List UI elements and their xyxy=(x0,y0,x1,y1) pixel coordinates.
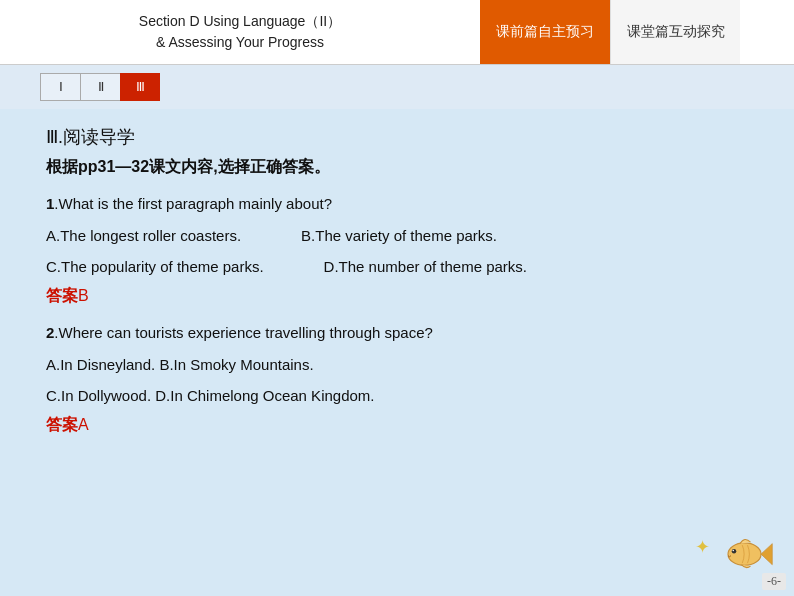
svg-point-3 xyxy=(733,550,735,552)
q1-optC: C.The popularity of theme parks. xyxy=(46,253,264,280)
sub-tab-1[interactable]: Ⅰ xyxy=(40,73,80,101)
fish-icon xyxy=(716,528,776,578)
q2-optA: A.In Disneyland. B.In Smoky Mountains. xyxy=(46,351,314,378)
section-title: Section D Using Language（II） & Assessing… xyxy=(0,0,480,64)
q2-answer: 答案A xyxy=(46,415,748,436)
q2-options-row2: C.In Dollywood. D.In Chimelong Ocean Kin… xyxy=(46,382,748,409)
fish-decoration: ✦ xyxy=(695,528,776,578)
q2-optCD: C.In Dollywood. D.In Chimelong Ocean Kin… xyxy=(46,382,375,409)
title-line2: & Assessing Your Progress xyxy=(156,32,324,53)
tab-ketang-explore[interactable]: 课堂篇互动探究 xyxy=(610,0,740,64)
question-2-text: 2.Where can tourists experience travelli… xyxy=(46,321,748,345)
svg-point-0 xyxy=(728,543,761,566)
instruction-text: 根据pp31—32课文内容,选择正确答案。 xyxy=(46,157,748,178)
q2-answer-label: 答案 xyxy=(46,416,78,433)
svg-point-2 xyxy=(732,549,737,554)
q1-answer-value: B xyxy=(78,287,89,304)
section-heading: Ⅲ.阅读导学 xyxy=(46,125,748,149)
question-1: 1.What is the first paragraph mainly abo… xyxy=(46,192,748,307)
q2-options-row1: A.In Disneyland. B.In Smoky Mountains. xyxy=(46,351,748,378)
star-icon: ✦ xyxy=(695,536,710,558)
q1-optB: B.The variety of theme parks. xyxy=(301,222,497,249)
q1-body: .What is the first paragraph mainly abou… xyxy=(54,195,332,212)
q1-options-row2: C.The popularity of theme parks. D.The n… xyxy=(46,253,748,280)
page-number: -6- xyxy=(762,573,786,590)
q1-optD: D.The number of theme parks. xyxy=(324,253,527,280)
q1-options-row1: A.The longest roller coasters. B.The var… xyxy=(46,222,748,249)
svg-marker-1 xyxy=(761,544,772,565)
q1-answer-label: 答案 xyxy=(46,287,78,304)
page-header: Section D Using Language（II） & Assessing… xyxy=(0,0,794,65)
q2-body: .Where can tourists experience travellin… xyxy=(54,324,433,341)
sub-tab-2[interactable]: Ⅱ xyxy=(80,73,120,101)
q2-answer-value: A xyxy=(78,416,89,433)
question-1-text: 1.What is the first paragraph mainly abo… xyxy=(46,192,748,216)
sub-tab-3[interactable]: Ⅲ xyxy=(120,73,160,101)
title-line1: Section D Using Language（II） xyxy=(139,11,341,32)
question-2: 2.Where can tourists experience travelli… xyxy=(46,321,748,436)
q1-optA: A.The longest roller coasters. xyxy=(46,222,241,249)
q1-answer: 答案B xyxy=(46,286,748,307)
main-content: Ⅲ.阅读导学 根据pp31—32课文内容,选择正确答案。 1.What is t… xyxy=(0,109,794,596)
sub-tab-bar: Ⅰ Ⅱ Ⅲ xyxy=(0,65,794,109)
tab-zizhu-preview[interactable]: 课前篇自主预习 xyxy=(480,0,610,64)
